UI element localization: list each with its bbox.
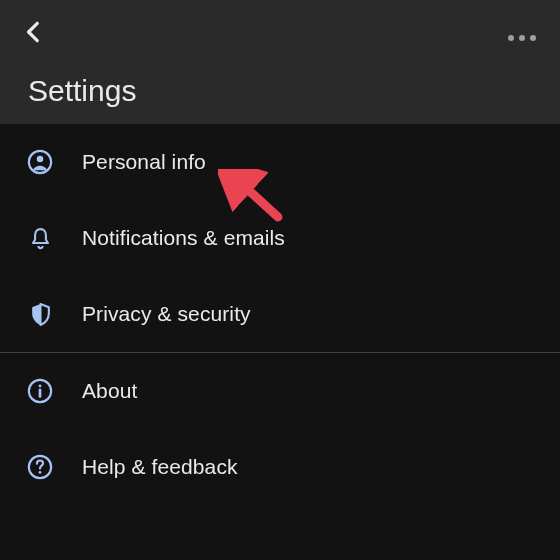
item-about[interactable]: About [0,353,560,429]
item-label: Help & feedback [82,455,238,479]
more-horizontal-icon [508,35,536,41]
person-circle-icon [26,148,54,176]
page-title: Settings [28,74,136,108]
settings-list: Personal info Notifications & emails Pri… [0,124,560,505]
item-notifications-emails[interactable]: Notifications & emails [0,200,560,276]
item-privacy-security[interactable]: Privacy & security [0,276,560,352]
back-button[interactable] [14,14,54,54]
item-label: Privacy & security [82,302,251,326]
bell-icon [26,224,54,252]
chevron-left-icon [21,19,47,49]
item-personal-info[interactable]: Personal info [0,124,560,200]
svg-point-4 [39,385,42,388]
svg-point-1 [37,156,44,163]
more-button[interactable] [502,18,542,58]
svg-point-6 [39,471,42,474]
item-label: Notifications & emails [82,226,285,250]
help-icon [26,453,54,481]
item-help-feedback[interactable]: Help & feedback [0,429,560,505]
info-icon [26,377,54,405]
app-header: Settings [0,0,560,124]
shield-icon [26,300,54,328]
item-label: About [82,379,137,403]
item-label: Personal info [82,150,206,174]
